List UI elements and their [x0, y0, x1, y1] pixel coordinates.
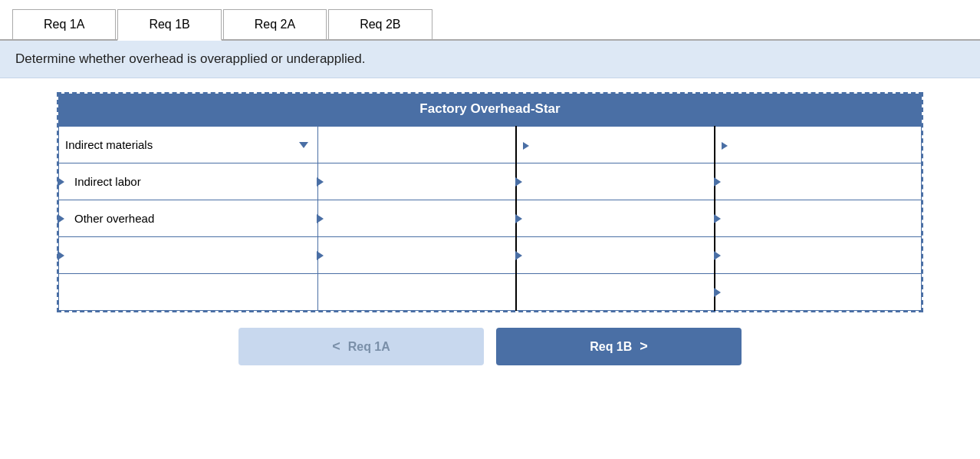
row2-val3[interactable]: [715, 200, 922, 237]
tri-right-icon: [523, 142, 529, 150]
tri-right-icon: [515, 214, 522, 223]
t-account-header: Factory Overhead-Star: [58, 94, 922, 126]
tri-right-icon: [317, 214, 324, 223]
instruction-text: Determine whether overhead is overapplie…: [15, 51, 365, 66]
dropdown-icon[interactable]: [299, 142, 308, 148]
row4-val3[interactable]: [715, 274, 922, 311]
next-arrow-icon: >: [640, 338, 648, 355]
row4-val2[interactable]: [516, 274, 715, 311]
row1-val3[interactable]: [715, 163, 922, 200]
row1-val1[interactable]: [317, 163, 516, 200]
row1-val2[interactable]: [516, 163, 715, 200]
row3-val3[interactable]: [715, 237, 922, 274]
row0-label: Indirect materials: [65, 138, 153, 151]
tri-right-icon: [58, 251, 64, 260]
nav-buttons: < Req 1A Req 1B >: [15, 328, 965, 365]
tri-right-icon: [515, 251, 522, 260]
t-account-table: Indirect materials: [58, 126, 922, 311]
row0-val1[interactable]: [317, 127, 516, 163]
tri-right-icon: [515, 177, 522, 187]
row2-label: Other overhead: [74, 212, 154, 225]
tri-right-icon: [722, 142, 728, 150]
tabs-container: Req 1A Req 1B Req 2A Req 2B: [0, 0, 980, 41]
tri-right-icon: [714, 214, 721, 223]
table-row: Indirect labor: [59, 163, 922, 200]
row4-val1[interactable]: [317, 274, 516, 311]
prev-arrow-icon: <: [332, 338, 340, 355]
instruction-bar: Determine whether overhead is overapplie…: [0, 41, 980, 78]
row0-val3[interactable]: [715, 127, 922, 163]
tri-right-icon: [58, 214, 64, 223]
table-row: Other overhead: [59, 200, 922, 237]
prev-button[interactable]: < Req 1A: [238, 328, 484, 365]
tri-right-icon: [58, 177, 64, 187]
next-button[interactable]: Req 1B >: [496, 328, 742, 365]
tab-req1a[interactable]: Req 1A: [12, 9, 116, 39]
tab-req1b[interactable]: Req 1B: [117, 9, 221, 41]
row2-val1[interactable]: [317, 200, 516, 237]
row4-label-cell[interactable]: [59, 274, 318, 311]
row2-val2[interactable]: [516, 200, 715, 237]
tab-req2a[interactable]: Req 2A: [223, 9, 327, 39]
table-row: [59, 274, 922, 311]
row3-label-cell[interactable]: [59, 237, 318, 274]
table-row: Indirect materials: [59, 127, 922, 163]
tab-req2b[interactable]: Req 2B: [328, 9, 432, 39]
tri-right-icon: [714, 288, 721, 297]
row2-label-cell[interactable]: Other overhead: [59, 200, 318, 237]
tri-right-icon: [714, 251, 721, 260]
table-row: [59, 237, 922, 274]
row3-val1[interactable]: [317, 237, 516, 274]
row0-label-cell[interactable]: Indirect materials: [59, 127, 318, 163]
tri-right-icon: [714, 177, 721, 187]
t-account-wrapper: Factory Overhead-Star Indirect materials: [57, 92, 923, 312]
prev-button-label: Req 1A: [348, 340, 390, 354]
row0-val2[interactable]: [516, 127, 715, 163]
tri-right-icon: [317, 251, 324, 260]
next-button-label: Req 1B: [590, 340, 632, 354]
main-content: Factory Overhead-Star Indirect materials: [0, 78, 980, 379]
row1-label-cell[interactable]: Indirect labor: [59, 163, 318, 200]
row0-dropdown[interactable]: Indirect materials: [65, 138, 311, 151]
row3-val2[interactable]: [516, 237, 715, 274]
row1-label: Indirect labor: [74, 175, 141, 188]
t-account-title: Factory Overhead-Star: [419, 101, 560, 116]
tri-right-icon: [317, 177, 324, 187]
